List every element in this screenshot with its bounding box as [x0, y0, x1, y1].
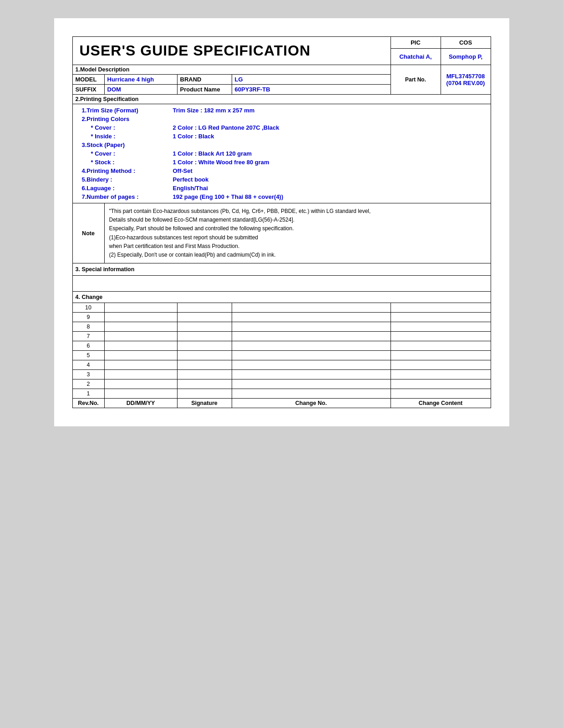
col-ddmmyy: DD/MM/YY [104, 399, 177, 408]
cos-label: COS [441, 37, 491, 49]
pic-name: Chatchai A, [391, 49, 441, 65]
change-row-2: 2 [72, 379, 491, 389]
printing-method-value: Off-Set [173, 167, 482, 175]
language-value: English/Thai [173, 184, 482, 192]
language-label: 6.Laguage : [82, 184, 173, 192]
stock-cover-value: 1 Color : Black Art 120 gram [173, 149, 482, 158]
stock-value: 1 Color : White Wood free 80 gram [173, 158, 482, 167]
part-no-label: Part No. [391, 65, 441, 95]
note-label: Note [72, 203, 104, 263]
pages-value: 192 page (Eng 100 + Thai 88 + cover(4)) [173, 192, 482, 201]
trim-size-label: 1.Trim Size (Format) [82, 106, 173, 115]
printing-method-label: 4.Printing Method : [82, 167, 173, 175]
product-name-value: 60PY3RF-TB [232, 85, 391, 95]
change-label: 4. Change [72, 292, 491, 303]
cover-label: * Cover : [82, 123, 173, 132]
suffix-value: DOM [104, 85, 177, 95]
pic-section: PIC Chatchai A, [391, 37, 441, 65]
model-value: Hurricane 4 high [104, 75, 177, 85]
page-title: USER'S GUIDE SPECIFICATION [80, 42, 311, 59]
part-no-rev: (0704 REV.00) [444, 80, 488, 86]
change-row-9: 9 [72, 313, 491, 322]
cos-name: Somphop P, [441, 49, 491, 65]
change-row-10: 10 [72, 303, 491, 313]
change-row-5: 5 [72, 351, 491, 360]
brand-label: BRAND [177, 75, 232, 85]
change-row-1: 1 [72, 389, 491, 399]
bindery-value: Perfect book [173, 175, 482, 184]
col-signature: Signature [177, 399, 232, 408]
cover-value: 2 Color : LG Red Pantone 207C ,Black [173, 123, 482, 132]
title-cell: USER'S GUIDE SPECIFICATION [72, 37, 391, 65]
page: USER'S GUIDE SPECIFICATION PIC Chatchai … [54, 18, 509, 426]
stock-paper-label: 3.Stock (Paper) [82, 141, 173, 149]
change-row-8: 8 [72, 322, 491, 332]
change-row-4: 4 [72, 360, 491, 370]
special-info-content [72, 276, 491, 292]
inside-label: * Inside : [82, 132, 173, 141]
change-row-3: 3 [72, 370, 491, 379]
bindery-label: 5.Bindery : [82, 175, 173, 184]
part-no-value-cell: MFL37457708 (0704 REV.00) [441, 65, 491, 95]
change-row-6: 6 [72, 341, 491, 351]
stock-cover-label: * Cover : [82, 149, 173, 158]
part-no-value: MFL37457708 [444, 73, 488, 80]
change-header-row: Rev.No. DD/MM/YY Signature Change No. Ch… [72, 399, 491, 408]
note-content: "This part contain Eco-hazardous substan… [104, 203, 491, 263]
suffix-label: SUFFIX [72, 85, 104, 95]
printing-section-label: 2.Printing Specification [72, 95, 491, 104]
note-text: "This part contain Eco-hazardous substan… [109, 207, 486, 259]
col-change-content: Change Content [391, 399, 491, 408]
model-label: MODEL [72, 75, 104, 85]
printing-colors-label: 2.Printing Colors [82, 115, 173, 123]
col-rev-no: Rev.No. [72, 399, 104, 408]
trim-size-value: Trim Size : 182 mm x 257 mm [173, 106, 482, 115]
special-info-label: 3. Special information [72, 263, 491, 276]
col-change-no: Change No. [232, 399, 391, 408]
brand-value: LG [232, 75, 391, 85]
pic-label: PIC [391, 37, 441, 49]
stock-label: * Stock : [82, 158, 173, 167]
change-row-7: 7 [72, 332, 491, 341]
product-name-label: Product Name [177, 85, 232, 95]
model-section-label: 1.Model Description [72, 65, 391, 75]
cos-section: COS Somphop P, [441, 37, 491, 65]
pages-label: 7.Number of pages : [82, 192, 173, 201]
inside-value: 1 Color : Black [173, 132, 482, 141]
